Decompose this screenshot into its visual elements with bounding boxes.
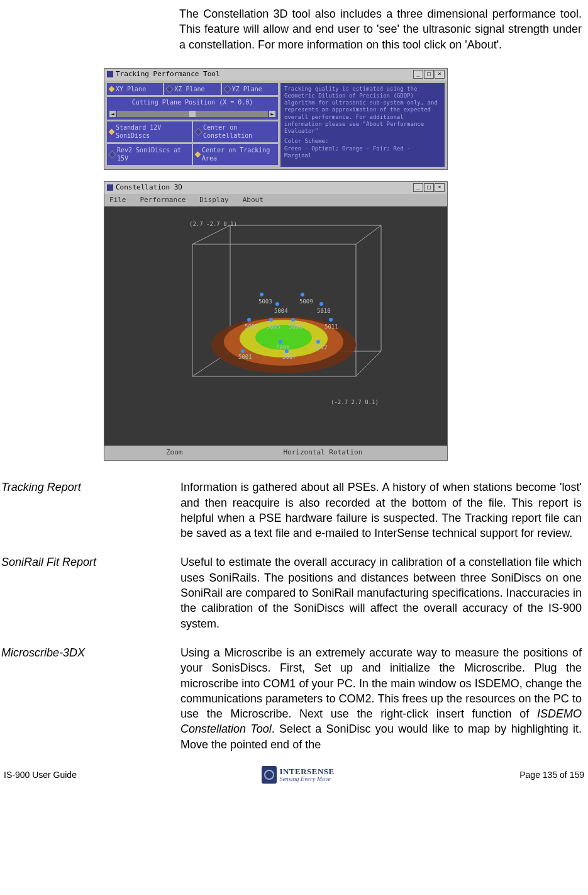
sensor-label: 5002 (245, 323, 258, 330)
xy-plane-radio[interactable]: XY Plane (107, 83, 163, 96)
svg-point-8 (260, 293, 263, 296)
sensor-label: 5012 (314, 344, 328, 351)
diamond-icon (109, 128, 115, 135)
body-microscribe: Using a Microscribe is an extremely accu… (180, 645, 588, 752)
app-icon (107, 71, 113, 77)
sensor-label: 5011 (325, 323, 338, 330)
footer-left: IS-900 User Guide (4, 769, 77, 781)
sensor-label: 5005 (267, 323, 280, 330)
sensor-label: 5010 (317, 307, 331, 315)
menubar: File Performance Display About (104, 194, 447, 207)
tracking-performance-window: Tracking Performance Tool _ □ × XY Plane… (104, 68, 448, 170)
scheme-text: Green - Optimal; Orange - Fair; Red - Ma… (284, 145, 441, 160)
page-footer: IS-900 User Guide INTERSENSE Sensing Eve… (0, 766, 588, 784)
maximize-icon[interactable]: □ (424, 183, 434, 192)
radio-label: XZ Plane (174, 85, 204, 94)
body-text: Using a Microscribe is an extremely accu… (180, 646, 582, 720)
logo-line2: Sensing Every Move (279, 776, 334, 783)
radio-label: Center on Tracking Area (202, 146, 275, 163)
intro-paragraph: The Constellation 3D tool also includes … (179, 6, 582, 52)
radio-label: Center on Constellation (203, 123, 275, 140)
window-titlebar: Tracking Performance Tool _ □ × (104, 69, 447, 81)
yz-plane-radio[interactable]: YZ Plane (222, 83, 278, 96)
constellation-3d-window: Constellation 3D _ □ × File Performance … (104, 181, 448, 461)
menu-file[interactable]: File (109, 196, 126, 205)
diamond-icon (109, 86, 115, 93)
svg-point-15 (329, 318, 333, 322)
sensor-label: 5009 (299, 298, 313, 305)
xz-plane-radio[interactable]: XZ Plane (164, 83, 220, 96)
window-title: Constellation 3D (116, 183, 182, 193)
scheme-label: Color Scheme: (284, 138, 441, 145)
svg-line-1 (356, 225, 381, 244)
diamond-icon (108, 150, 116, 159)
menu-about[interactable]: About (243, 196, 263, 205)
info-text: Tracking quality is estimated using the … (284, 86, 441, 135)
svg-point-12 (247, 318, 251, 322)
3d-viewport[interactable]: (2.7 -2.7 0.1) (-2.7 2.7 0.1) 5003 5009 … (104, 206, 447, 446)
sensor-label: 5006 (289, 323, 302, 330)
coord-top: (2.7 -2.7 0.1) (189, 220, 237, 228)
coord-bottom: (-2.7 2.7 0.1) (331, 398, 379, 406)
arrow-right-icon[interactable]: ► (269, 111, 275, 117)
intersense-logo: INTERSENSE Sensing Every Move (262, 766, 334, 784)
term-sonirail: SoniRail Fit Report (0, 554, 180, 631)
radio-label: YZ Plane (232, 85, 262, 94)
logo-line1: INTERSENSE (279, 767, 334, 776)
svg-line-0 (192, 225, 230, 244)
footer-right: Page 135 of 159 (519, 769, 584, 781)
window-titlebar: Constellation 3D _ □ × (104, 182, 447, 194)
svg-point-9 (301, 293, 304, 296)
window-title: Tracking Performance Tool (116, 70, 220, 79)
sensor-label: 5007 (282, 353, 296, 361)
center-constellation-radio[interactable]: Center on Constellation (193, 121, 278, 142)
radio-label: Standard 12V SoniDiscs (116, 123, 189, 140)
svg-point-14 (291, 318, 295, 322)
radio-label: Rev2 SoniDiscs at 15V (117, 146, 189, 163)
minimize-icon[interactable]: _ (413, 183, 423, 192)
maximize-icon[interactable]: □ (424, 70, 434, 79)
arrow-left-icon[interactable]: ◄ (109, 111, 116, 117)
menu-display[interactable]: Display (199, 196, 228, 205)
sensor-label: 5001 (238, 353, 252, 361)
sensor-label: 5006 (276, 344, 290, 351)
window-controls: _ □ × (413, 183, 445, 192)
cutting-plane-slider[interactable]: ◄ ► (107, 110, 278, 120)
diamond-icon (195, 151, 201, 157)
minimize-icon[interactable]: _ (413, 70, 423, 79)
diamond-icon (223, 85, 231, 93)
rev2-sonidiscs-radio[interactable]: Rev2 SoniDiscs at 15V (107, 144, 192, 165)
diamond-icon (194, 128, 202, 136)
diamond-icon (165, 85, 174, 93)
menu-performance[interactable]: Performance (140, 196, 186, 205)
bottom-bar: Zoom Horizontal Rotation (104, 446, 447, 460)
svg-line-2 (356, 351, 381, 376)
close-icon[interactable]: × (435, 70, 445, 79)
body-tracking-report: Information is gathered about all PSEs. … (180, 480, 588, 541)
sensor-label: 5004 (274, 307, 288, 315)
rotation-label: Horizontal Rotation (284, 448, 363, 458)
zoom-label: Zoom (166, 448, 183, 458)
slider-label: Cutting Plane Position (X = 0.0) (107, 97, 278, 110)
svg-point-13 (269, 318, 273, 322)
info-panel: Tracking quality is estimated using the … (280, 83, 445, 167)
app-icon (107, 184, 113, 191)
close-icon[interactable]: × (435, 183, 445, 192)
radio-label: XY Plane (116, 85, 146, 94)
logo-icon (262, 766, 277, 784)
term-microscribe: Microscribe-3DX (0, 645, 180, 752)
std-sonidiscs-radio[interactable]: Standard 12V SoniDiscs (107, 121, 192, 142)
body-sonirail: Useful to estimate the overall accuracy … (180, 554, 588, 631)
term-tracking-report: Tracking Report (0, 480, 180, 541)
center-tracking-radio[interactable]: Center on Tracking Area (193, 144, 278, 165)
svg-point-10 (275, 302, 279, 306)
svg-point-11 (319, 302, 323, 306)
sensor-label: 5003 (258, 298, 272, 305)
window-controls: _ □ × (413, 70, 445, 79)
